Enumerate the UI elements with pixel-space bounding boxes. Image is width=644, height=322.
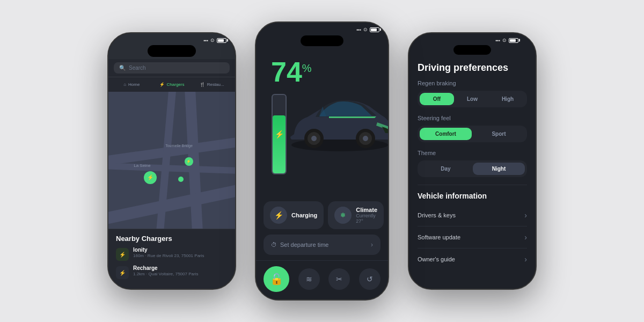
street-2 xyxy=(108,163,235,178)
svg-point-3 xyxy=(311,136,317,141)
car-svg xyxy=(286,75,388,172)
settings-title: Driving preferences xyxy=(418,57,527,80)
notch xyxy=(148,45,196,57)
charger-pin-1[interactable]: ⚡ xyxy=(144,171,157,184)
map-area: La Seine Tournelle Bridge ⚡ ⚡ xyxy=(108,92,235,229)
regen-off-btn[interactable]: Off xyxy=(420,93,454,105)
owners-guide-row[interactable]: Owner's guide › xyxy=(418,248,527,270)
clock-icon: ⏱ xyxy=(271,241,277,248)
regen-braking-section: Regen braking Off Low High xyxy=(418,80,527,107)
search-input[interactable]: 🔍 Search xyxy=(114,62,230,74)
wifi-icon-c: ⊙ xyxy=(363,27,368,32)
defrost-button[interactable]: ✂ xyxy=(328,268,350,290)
home-icon: ⌂ xyxy=(123,82,126,87)
charger-addr-0: 160m · Rue de Rivoli 23, 75001 Paris xyxy=(133,253,228,258)
charging-bottom: ⚡ Charging ❄ Climate Currently 27° xyxy=(256,196,388,260)
owners-guide-label: Owner's guide xyxy=(418,256,455,262)
charger-item-0[interactable]: ⚡ Ionity 160m · Rue de Rivoli 23, 75001 … xyxy=(116,247,228,261)
svg-point-6 xyxy=(363,136,368,141)
remote-button[interactable]: ↺ xyxy=(359,268,380,290)
steering-section: Steering feel Comfort Sport xyxy=(418,115,527,142)
theme-label: Theme xyxy=(418,150,527,156)
steering-comfort-btn[interactable]: Comfort xyxy=(420,128,472,140)
charging-label: Charging xyxy=(291,212,317,218)
charging-cards: ⚡ Charging ❄ Climate Currently 27° xyxy=(264,201,380,229)
software-update-row[interactable]: Software update › xyxy=(418,226,527,248)
charger-name-1: Recharge xyxy=(133,265,228,271)
nav-chargers[interactable]: ⚡ Chargers xyxy=(152,79,192,90)
unlock-button[interactable]: 🔓 xyxy=(264,266,289,292)
chevron-right-icon: › xyxy=(371,241,373,248)
phone-left: ▪▪▪ ⊙ 🔍 Search ⌂ Home xyxy=(107,32,236,290)
nearby-chargers-panel: Nearby Chargers ⚡ Ionity 160m · Rue de R… xyxy=(108,229,235,289)
lights-button[interactable]: ≋ xyxy=(298,268,320,290)
nav-home-label: Home xyxy=(128,82,140,87)
charger-info-0: Ionity 160m · Rue de Rivoli 23, 75001 Pa… xyxy=(133,247,228,258)
nav-restaurants-label: Restau... xyxy=(207,82,224,87)
battery-fill xyxy=(273,115,286,173)
nav-chargers-label: Chargers xyxy=(167,82,185,87)
battery-bolt-icon: ⚡ xyxy=(275,130,284,138)
phone-center: ▪▪▪ ⊙ 74% ⚡ xyxy=(255,21,389,301)
charging-card-icon: ⚡ xyxy=(270,207,287,224)
charger-icon-0: ⚡ xyxy=(116,248,129,261)
charger-info-1: Recharge 1.2km · Quai Voltaire, 75007 Pa… xyxy=(133,265,228,276)
status-bar-right: ▪▪▪ ⊙ xyxy=(418,33,527,45)
regen-high-btn[interactable]: High xyxy=(491,93,525,105)
theme-section: Theme Day Night xyxy=(418,150,527,177)
vehicle-section-header: Vehicle information xyxy=(418,192,527,200)
signal-icon-r: ▪▪▪ xyxy=(495,38,500,43)
wifi-icon-r: ⊙ xyxy=(502,38,507,43)
nearby-title: Nearby Chargers xyxy=(116,235,228,243)
departure-label: ⏱ Set departure time xyxy=(271,241,329,248)
status-bar-center: ▪▪▪ ⊙ xyxy=(256,23,388,34)
restaurant-icon: 🍴 xyxy=(200,82,205,87)
charger-pin-2[interactable]: ⚡ xyxy=(185,157,193,166)
departure-row[interactable]: ⏱ Set departure time › xyxy=(264,235,380,255)
steering-sport-btn[interactable]: Sport xyxy=(473,128,525,140)
climate-card-text: Climate Currently 27° xyxy=(356,207,377,224)
charging-main: 74% ⚡ xyxy=(256,48,388,196)
notch-right xyxy=(453,45,491,55)
battery-bar-container: ⚡ xyxy=(271,94,287,180)
theme-night-btn[interactable]: Night xyxy=(473,163,525,175)
la-seine-label: La Seine xyxy=(134,163,151,168)
battery-icon-c xyxy=(370,27,379,32)
car-image xyxy=(286,75,388,172)
map-nav-bar: ⌂ Home ⚡ Chargers 🍴 Restau... xyxy=(108,77,235,92)
regen-label: Regen braking xyxy=(418,80,527,86)
charging-card-text: Charging xyxy=(291,212,317,218)
charger-nav-icon: ⚡ xyxy=(159,82,165,87)
phones-container: ▪▪▪ ⊙ 🔍 Search ⌂ Home xyxy=(80,11,564,311)
steering-label: Steering feel xyxy=(418,115,527,121)
phone-right: ▪▪▪ ⊙ Driving preferences Regen braking … xyxy=(408,32,537,290)
drivers-keys-row[interactable]: Drivers & keys › xyxy=(418,204,527,226)
nav-home[interactable]: ⌂ Home xyxy=(112,79,152,90)
bottom-toolbar: 🔓 ≋ ✂ ↺ xyxy=(256,260,388,299)
tournelle-label: Tournelle Bridge xyxy=(165,144,193,148)
theme-toggle-group: Day Night xyxy=(418,160,527,177)
charging-card[interactable]: ⚡ Charging xyxy=(264,201,324,229)
search-placeholder: Search xyxy=(129,65,146,71)
search-bar: 🔍 Search xyxy=(108,59,235,77)
charger-addr-1: 1.2km · Quai Voltaire, 75007 Paris xyxy=(133,272,228,276)
location-dot xyxy=(178,177,184,182)
steering-toggle-group: Comfort Sport xyxy=(418,126,527,142)
nav-restaurants[interactable]: 🍴 Restau... xyxy=(192,79,232,90)
theme-day-btn[interactable]: Day xyxy=(420,163,472,175)
owners-guide-arrow: › xyxy=(524,255,527,264)
regen-low-btn[interactable]: Low xyxy=(455,93,489,105)
charger-name-0: Ionity xyxy=(133,247,228,253)
climate-card-icon: ❄ xyxy=(334,207,352,224)
battery-icon-r xyxy=(509,38,518,43)
dynamic-island xyxy=(301,35,343,46)
drivers-keys-arrow: › xyxy=(524,211,527,219)
climate-card[interactable]: ❄ Climate Currently 27° xyxy=(328,201,384,229)
battery-bar: ⚡ xyxy=(272,94,287,174)
charger-item-1[interactable]: ⚡ Recharge 1.2km · Quai Voltaire, 75007 … xyxy=(116,265,228,279)
divider xyxy=(418,185,527,185)
charger-icon-1: ⚡ xyxy=(116,266,129,279)
regen-toggle-group: Off Low High xyxy=(418,91,527,107)
signal-icon-c: ▪▪▪ xyxy=(356,27,361,32)
battery-percentage: 74% xyxy=(271,58,312,86)
